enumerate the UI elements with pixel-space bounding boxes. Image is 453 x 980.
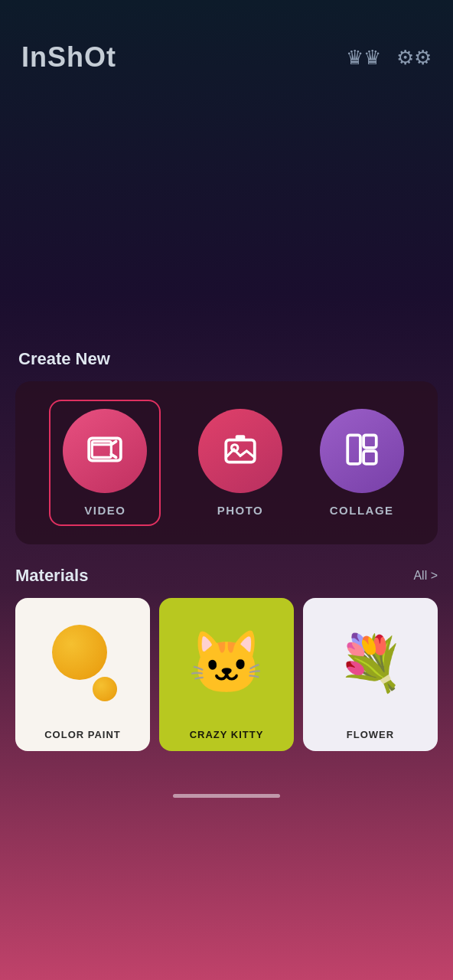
color-paint-label: COLOR PAINT — [40, 721, 125, 751]
svg-rect-8 — [347, 435, 360, 464]
collage-label: COLLAGE — [330, 504, 394, 517]
bottom-bar — [0, 782, 453, 810]
header: InShOt ♛ ⚙ — [0, 0, 453, 89]
crown-icon[interactable]: ♛ — [346, 46, 381, 70]
flower-icon: 💐 — [337, 632, 404, 694]
collage-icon-circle — [320, 409, 404, 493]
main-content: Create New VIDEO — [0, 349, 453, 751]
photo-icon-circle — [198, 409, 282, 493]
paint-blob-large — [52, 625, 107, 680]
collage-icon — [343, 430, 381, 472]
material-crazy-kitty[interactable]: 🐱 CRAZY KITTY — [159, 598, 294, 751]
home-indicator — [173, 794, 280, 798]
color-paint-image — [15, 598, 150, 721]
materials-header: Materials All > — [15, 566, 438, 586]
app-logo: InShOt — [21, 41, 116, 74]
svg-rect-5 — [226, 440, 255, 462]
photo-label: PHOTO — [217, 504, 264, 517]
crazy-kitty-label: CRAZY KITTY — [185, 721, 269, 751]
create-new-title: Create New — [15, 349, 438, 369]
create-photo-item[interactable]: PHOTO — [198, 409, 282, 517]
create-collage-item[interactable]: COLLAGE — [320, 409, 404, 517]
header-actions: ♛ ⚙ — [346, 46, 432, 70]
all-materials-link[interactable]: All > — [413, 569, 438, 583]
settings-icon[interactable]: ⚙ — [396, 46, 432, 70]
material-flower[interactable]: 💐 FLOWER — [303, 598, 438, 751]
svg-rect-7 — [236, 435, 246, 439]
materials-grid: COLOR PAINT 🐱 CRAZY KITTY 💐 FLOWER — [15, 598, 438, 751]
cat-icon: 🐱 — [188, 627, 265, 699]
svg-rect-9 — [363, 435, 376, 448]
crazy-kitty-image: 🐱 — [159, 598, 294, 721]
materials-title: Materials — [15, 566, 88, 586]
create-new-card: VIDEO PHOTO — [15, 381, 438, 544]
create-video-item[interactable]: VIDEO — [49, 400, 161, 526]
photo-icon — [221, 430, 259, 472]
video-icon-circle — [63, 409, 147, 493]
svg-rect-10 — [363, 451, 376, 464]
material-color-paint[interactable]: COLOR PAINT — [15, 598, 150, 751]
video-icon — [86, 430, 124, 472]
flower-image: 💐 — [303, 598, 438, 721]
paint-blob-small — [93, 677, 117, 701]
paint-blob-icon — [48, 625, 117, 701]
video-label: VIDEO — [84, 504, 125, 517]
flower-label: FLOWER — [342, 721, 399, 751]
